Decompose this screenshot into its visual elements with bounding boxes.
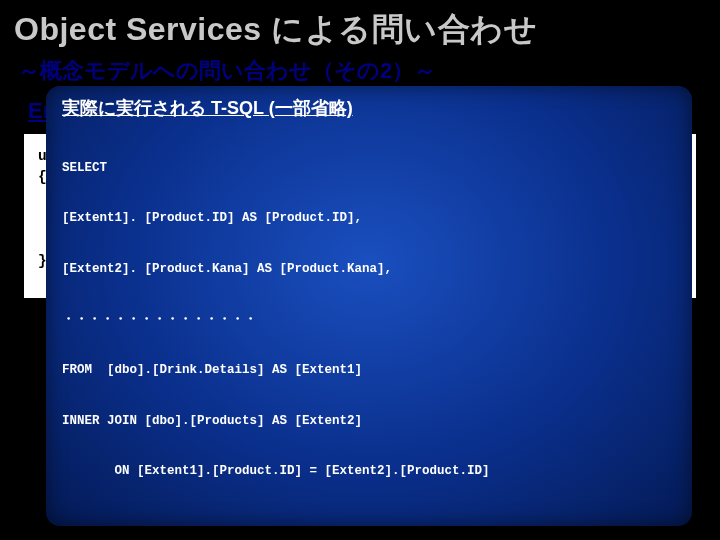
tsql-line: [Extent2]. [Product.Kana] AS [Product.Ka…	[62, 261, 676, 278]
tsql-line: ・・・・・・・・・・・・・・・	[62, 312, 676, 329]
tsql-line: [Extent1]. [Product.ID] AS [Product.ID],	[62, 210, 676, 227]
tsql-panel: 実際に実行される T-SQL (一部省略) SELECT [Extent1]. …	[46, 86, 692, 526]
tsql-line: ON [Extent1].[Product.ID] = [Extent2].[P…	[62, 463, 676, 480]
slide-title: Object Services による問い合わせ	[0, 0, 720, 52]
tsql-title: 実際に実行される T-SQL (一部省略)	[62, 96, 676, 120]
tsql-code: SELECT [Extent1]. [Product.ID] AS [Produ…	[62, 126, 676, 514]
tsql-line: INNER JOIN [dbo].[Products] AS [Extent2]	[62, 413, 676, 430]
tsql-line: FROM [dbo].[Drink.Details] AS [Extent1]	[62, 362, 676, 379]
tsql-line: SELECT	[62, 160, 676, 177]
